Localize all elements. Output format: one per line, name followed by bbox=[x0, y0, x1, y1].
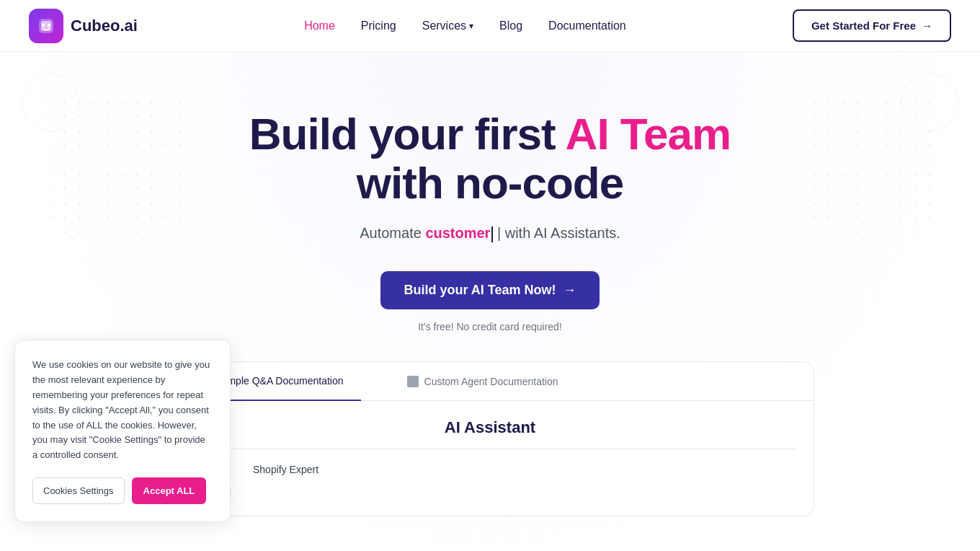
demo-divider bbox=[184, 449, 796, 449]
chevron-down-icon: ▾ bbox=[469, 21, 473, 31]
cookie-banner: We use cookies on our website to give yo… bbox=[14, 340, 231, 522]
nav-blog[interactable]: Blog bbox=[499, 19, 522, 32]
arrow-icon: → bbox=[922, 19, 932, 32]
hero-cta-button[interactable]: Build your AI Team Now! → bbox=[380, 271, 599, 309]
cookie-text: We use cookies on our website to give yo… bbox=[32, 358, 213, 463]
demo-content: AI Assistant Name* Shopify Expert This i… bbox=[166, 401, 814, 516]
brand-name: Cubeo.ai bbox=[71, 17, 138, 35]
demo-tabs: Simple Q&A Documentation Custom Agent Do… bbox=[166, 362, 814, 401]
logo-icon bbox=[29, 9, 63, 43]
nav-home[interactable]: Home bbox=[304, 19, 335, 32]
logo-svg bbox=[36, 16, 56, 36]
svg-point-2 bbox=[42, 24, 45, 27]
get-started-button[interactable]: Get Started For Free → bbox=[793, 9, 951, 42]
logo-link[interactable]: Cubeo.ai bbox=[29, 9, 138, 43]
svg-point-3 bbox=[48, 24, 50, 27]
hero-title: Build your first AI Team with no-code bbox=[29, 110, 951, 208]
nav-pricing[interactable]: Pricing bbox=[361, 19, 396, 32]
hero-arrow-icon: → bbox=[564, 283, 576, 298]
nav-services[interactable]: Services ▾ bbox=[422, 19, 473, 32]
demo-heading: AI Assistant bbox=[184, 418, 796, 437]
demo-widget: Simple Q&A Documentation Custom Agent Do… bbox=[166, 361, 814, 516]
cookie-settings-button[interactable]: Cookies Settings bbox=[32, 477, 125, 504]
demo-field-name: Name* Shopify Expert bbox=[184, 464, 796, 475]
custom-agent-icon bbox=[407, 376, 419, 387]
nav-documentation[interactable]: Documentation bbox=[548, 19, 626, 32]
demo-field-description: This is d bbox=[184, 487, 796, 498]
navbar: Cubeo.ai Home Pricing Services ▾ Blog Do… bbox=[0, 0, 980, 52]
tab-custom-agent[interactable]: Custom Agent Documentation bbox=[390, 363, 576, 400]
hero-note: It's free! No credit card required! bbox=[29, 321, 951, 332]
cookie-accept-button[interactable]: Accept ALL bbox=[132, 477, 207, 504]
hero-subtitle: Automate customer | with AI Assistants. bbox=[29, 225, 951, 242]
decorative-circle-right bbox=[901, 74, 958, 131]
cookie-actions: Cookies Settings Accept ALL bbox=[32, 477, 213, 504]
nav-links: Home Pricing Services ▾ Blog Documentati… bbox=[304, 19, 626, 32]
decorative-circle-left bbox=[22, 74, 79, 131]
